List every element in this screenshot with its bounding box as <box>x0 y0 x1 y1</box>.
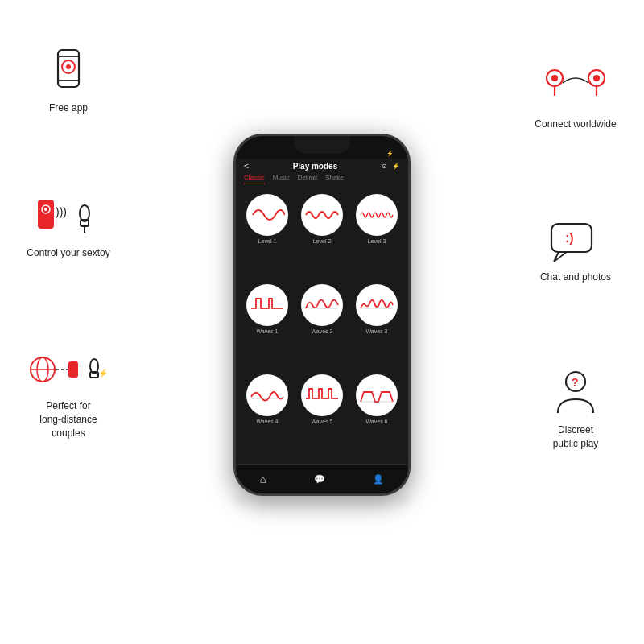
discreet-icon: ? <box>550 369 602 421</box>
mode-circle-waves5[interactable] <box>301 374 343 416</box>
couples-label: Perfect forlong-distancecouples <box>39 399 97 440</box>
feature-control: ))) Control your sextoy <box>16 193 121 260</box>
discreet-label: Discreetpublic play <box>553 423 599 451</box>
mode-circle-waves3[interactable] <box>356 284 398 326</box>
control-icon-area: ))) <box>36 193 101 242</box>
app-header: < Play modes ⊙ ⚡ <box>236 159 408 174</box>
mode-label-waves5: Waves 5 <box>312 419 333 424</box>
mode-label-waves3: Waves 3 <box>366 328 388 334</box>
tab-music[interactable]: Music <box>273 174 290 184</box>
tab-shake[interactable]: Shake <box>325 174 344 184</box>
chat-bottom-icon[interactable]: 💬 <box>314 474 325 485</box>
mode-waves2[interactable]: Waves 2 <box>297 284 347 369</box>
wave-waves3-icon <box>359 291 394 320</box>
couples-icon-area: ⚡ <box>28 346 109 394</box>
mode-label-waves4: Waves 4 <box>257 419 279 424</box>
mode-label-level3: Level 3 <box>368 238 386 244</box>
mode-waves3[interactable]: Waves 3 <box>352 284 402 369</box>
profile-icon[interactable]: 👤 <box>373 474 384 485</box>
worldwide-icon-area <box>543 64 608 113</box>
mode-waves6[interactable]: Waves 6 <box>352 374 402 460</box>
tabs-bar: Classic Music Delimit Shake <box>236 174 408 189</box>
header-title: Play modes <box>249 162 382 171</box>
free-app-icon-area <box>48 48 89 97</box>
mode-circle-waves1[interactable] <box>246 284 288 326</box>
modes-grid: Level 1 Level 2 <box>236 189 408 464</box>
svg-rect-16 <box>68 361 78 378</box>
settings-icon[interactable]: ⊙ <box>382 163 387 170</box>
mode-circle-waves4[interactable] <box>246 374 288 416</box>
free-app-label: Free app <box>49 101 88 115</box>
wave-waves5-icon <box>304 381 340 410</box>
worldwide-label: Connect worldwide <box>535 118 616 131</box>
free-app-icon <box>48 48 89 97</box>
wave-level2-icon <box>304 200 340 229</box>
mode-level1[interactable]: Level 1 <box>242 194 292 279</box>
couples-icon: ⚡ <box>28 347 109 394</box>
tab-delimit[interactable]: Delimit <box>298 174 317 184</box>
svg-text:?: ? <box>572 376 579 389</box>
chat-icon-area: :) <box>547 217 604 266</box>
mode-circle-level2[interactable] <box>301 194 343 236</box>
header-actions: ⊙ ⚡ <box>382 163 400 170</box>
svg-marker-27 <box>554 252 567 262</box>
chat-icon: :) <box>547 220 604 264</box>
bluetooth-status-icon: ⚡ <box>386 151 394 157</box>
phone: ⚡ < Play modes ⊙ ⚡ Classic Music Deli <box>233 134 411 496</box>
wave-waves1-icon <box>250 291 285 320</box>
mode-waves4[interactable]: Waves 4 <box>242 374 292 460</box>
mode-circle-waves2[interactable] <box>301 284 343 326</box>
tab-classic[interactable]: Classic <box>244 174 265 184</box>
svg-text:⚡: ⚡ <box>98 368 109 378</box>
bluetooth-header-icon[interactable]: ⚡ <box>392 163 400 170</box>
svg-text:))): ))) <box>56 205 67 218</box>
svg-point-7 <box>44 208 47 211</box>
control-label: Control your sextoy <box>27 246 109 260</box>
feature-couples: ⚡ Perfect forlong-distancecouples <box>16 346 121 440</box>
mode-waves1[interactable]: Waves 1 <box>242 284 292 369</box>
mode-waves5[interactable]: Waves 5 <box>297 374 347 460</box>
feature-chat: :) Chat and photos <box>523 217 628 284</box>
feature-discreet: ? Discreetpublic play <box>523 370 628 451</box>
mode-circle-level1[interactable] <box>246 194 288 236</box>
mode-circle-waves6[interactable] <box>356 374 398 416</box>
mode-label-waves1: Waves 1 <box>257 328 279 334</box>
svg-rect-5 <box>38 200 54 229</box>
bottom-bar: ⌂ 💬 👤 <box>236 464 408 493</box>
wave-level1-icon <box>250 200 285 229</box>
home-icon[interactable]: ⌂ <box>260 473 266 485</box>
status-icons: ⚡ <box>386 151 394 157</box>
status-bar: ⚡ <box>236 136 408 159</box>
wave-waves2-icon <box>304 291 340 320</box>
wave-level3-icon <box>359 200 394 229</box>
main-container: Free app ))) Control your sextoy <box>0 0 644 644</box>
mode-label-level1: Level 1 <box>258 238 277 244</box>
discreet-icon-area: ? <box>550 370 602 419</box>
screen: ⚡ < Play modes ⊙ ⚡ Classic Music Deli <box>236 136 408 493</box>
mode-label-waves2: Waves 2 <box>312 328 333 334</box>
svg-point-24 <box>593 75 600 81</box>
mode-level2[interactable]: Level 2 <box>297 194 347 279</box>
mode-label-level2: Level 2 <box>313 238 332 244</box>
wave-waves6-icon <box>359 381 394 410</box>
chat-label: Chat and photos <box>540 270 611 284</box>
wave-waves4-icon <box>250 381 285 410</box>
mode-label-waves6: Waves 6 <box>366 419 388 424</box>
worldwide-icon <box>543 67 608 111</box>
feature-free-app: Free app <box>16 48 121 115</box>
control-icon: ))) <box>36 196 101 240</box>
phone-reflection <box>233 496 411 510</box>
svg-point-4 <box>66 64 71 69</box>
svg-point-21 <box>551 75 558 81</box>
mode-level3[interactable]: Level 3 <box>352 194 402 279</box>
svg-text::): :) <box>565 231 574 245</box>
mode-circle-level3[interactable] <box>356 194 398 236</box>
feature-worldwide: Connect worldwide <box>523 64 628 131</box>
phone-wrapper: ⚡ < Play modes ⊙ ⚡ Classic Music Deli <box>233 134 411 510</box>
